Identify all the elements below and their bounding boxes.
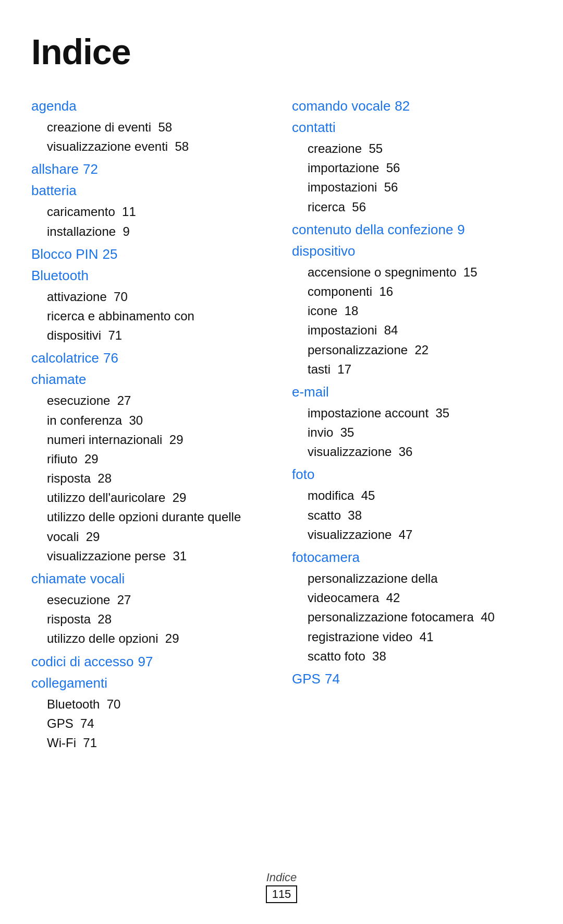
index-entry: chiamate vocaliesecuzione 27risposta 28u… <box>31 571 271 649</box>
index-entry: Blocco PIN25 <box>31 246 271 262</box>
sub-item: utilizzo delle opzioni 29 <box>47 629 271 648</box>
sub-list: modifica 45scatto 38visualizzazione 47 <box>308 486 532 544</box>
sub-list: personalizzazione della videocamera 42pe… <box>308 569 532 666</box>
index-entry: agendacreazione di eventi 58visualizzazi… <box>31 98 271 156</box>
term-text: e-mail <box>292 384 329 400</box>
sub-item: visualizzazione eventi 58 <box>47 137 271 156</box>
sub-item: impostazioni 84 <box>308 320 532 340</box>
term-text: codici di accesso <box>31 654 134 669</box>
term-text: contenuto della confezione <box>292 222 453 237</box>
sub-list: impostazione account 35invio 35visualizz… <box>308 403 532 462</box>
sub-item: visualizzazione 47 <box>308 525 532 544</box>
term-line: foto <box>292 466 532 483</box>
term-line: comando vocale82 <box>292 98 532 114</box>
index-entry: e-mailimpostazione account 35invio 35vis… <box>292 384 532 462</box>
sub-item: invio 35 <box>308 423 532 442</box>
term-line: agenda <box>31 98 271 114</box>
sub-item: esecuzione 27 <box>47 590 271 609</box>
term-number: 25 <box>103 246 118 262</box>
term-line: e-mail <box>292 384 532 400</box>
term-text: dispositivo <box>292 243 355 259</box>
sub-item: utilizzo delle opzioni durante quelle vo… <box>47 507 271 546</box>
sub-item: icone 18 <box>308 301 532 320</box>
sub-item: GPS 74 <box>47 714 271 733</box>
term-line: Blocco PIN25 <box>31 246 271 262</box>
sub-item: creazione di eventi 58 <box>47 117 271 137</box>
sub-item: attivazione 70 <box>47 287 271 306</box>
sub-item: creazione 55 <box>308 139 532 158</box>
sub-item: registrazione video 41 <box>308 627 532 646</box>
sub-item: impostazioni 56 <box>308 177 532 197</box>
sub-item: Wi-Fi 71 <box>47 733 271 752</box>
index-entry: batteriacaricamento 11installazione 9 <box>31 183 271 241</box>
term-line: codici di accesso97 <box>31 654 271 670</box>
sub-item: personalizzazione fotocamera 40 <box>308 607 532 627</box>
term-text: foto <box>292 466 314 482</box>
footer-page: 115 <box>266 885 298 903</box>
term-line: contatti <box>292 119 532 136</box>
term-line: chiamate <box>31 371 271 388</box>
sub-item: installazione 9 <box>47 222 271 241</box>
sub-list: creazione di eventi 58visualizzazione ev… <box>47 117 271 156</box>
term-text: comando vocale <box>292 98 390 114</box>
sub-list: attivazione 70ricerca e abbinamento con … <box>47 287 271 345</box>
sub-item: modifica 45 <box>308 486 532 505</box>
term-text: contatti <box>292 119 336 135</box>
term-text: chiamate vocali <box>31 571 125 586</box>
term-text: chiamate <box>31 371 87 387</box>
term-text: batteria <box>31 183 77 198</box>
term-line: fotocamera <box>292 549 532 566</box>
sub-item: scatto foto 38 <box>308 646 532 666</box>
sub-list: esecuzione 27in conferenza 30numeri inte… <box>47 391 271 566</box>
sub-item: importazione 56 <box>308 158 532 177</box>
sub-item: personalizzazione della videocamera 42 <box>308 569 532 607</box>
term-line: batteria <box>31 183 271 199</box>
index-entry: contatticreazione 55importazione 56impos… <box>292 119 532 217</box>
term-number: 74 <box>325 671 340 687</box>
sub-item: caricamento 11 <box>47 202 271 221</box>
term-text: agenda <box>31 98 77 114</box>
term-text: Bluetooth <box>31 268 89 283</box>
sub-item: scatto 38 <box>308 506 532 525</box>
sub-item: componenti 16 <box>308 282 532 301</box>
term-line: contenuto della confezione9 <box>292 222 532 238</box>
sub-item: visualizzazione 36 <box>308 442 532 461</box>
sub-item: ricerca e abbinamento con dispositivi 71 <box>47 306 271 345</box>
term-number: 97 <box>138 654 153 669</box>
sub-item: risposta 28 <box>47 609 271 629</box>
sub-item: utilizzo dell'auricolare 29 <box>47 488 271 507</box>
sub-item: accensione o spegnimento 15 <box>308 262 532 282</box>
term-number: 76 <box>103 350 118 366</box>
sub-item: Bluetooth 70 <box>47 694 271 714</box>
index-entry: fotomodifica 45scatto 38visualizzazione … <box>292 466 532 544</box>
sub-list: Bluetooth 70GPS 74Wi-Fi 71 <box>47 694 271 753</box>
sub-list: accensione o spegnimento 15componenti 16… <box>308 262 532 379</box>
index-entry: contenuto della confezione9 <box>292 222 532 238</box>
index-columns: agendacreazione di eventi 58visualizzazi… <box>31 93 532 757</box>
index-entry: collegamentiBluetooth 70GPS 74Wi-Fi 71 <box>31 675 271 753</box>
sub-item: tasti 17 <box>308 359 532 379</box>
term-text: GPS <box>292 671 321 687</box>
index-entry: comando vocale82 <box>292 98 532 114</box>
sub-list: caricamento 11installazione 9 <box>47 202 271 241</box>
sub-item: visualizzazione perse 31 <box>47 546 271 566</box>
index-entry: allshare72 <box>31 161 271 177</box>
page-title: Indice <box>31 31 532 72</box>
term-line: GPS74 <box>292 671 532 687</box>
term-line: dispositivo <box>292 243 532 259</box>
term-text: allshare <box>31 161 79 177</box>
term-line: allshare72 <box>31 161 271 177</box>
term-text: Blocco PIN <box>31 246 99 262</box>
sub-list: creazione 55importazione 56impostazioni … <box>308 139 532 217</box>
sub-item: ricerca 56 <box>308 197 532 217</box>
index-entry: chiamateesecuzione 27in conferenza 30num… <box>31 371 271 566</box>
index-entry: calcolatrice76 <box>31 350 271 366</box>
term-number: 82 <box>395 98 410 114</box>
term-number: 9 <box>457 222 464 237</box>
sub-item: personalizzazione 22 <box>308 340 532 359</box>
footer: Indice 115 <box>0 871 563 903</box>
index-entry: fotocamerapersonalizzazione della videoc… <box>292 549 532 666</box>
sub-item: impostazione account 35 <box>308 403 532 423</box>
term-text: calcolatrice <box>31 350 99 366</box>
index-entry: GPS74 <box>292 671 532 687</box>
